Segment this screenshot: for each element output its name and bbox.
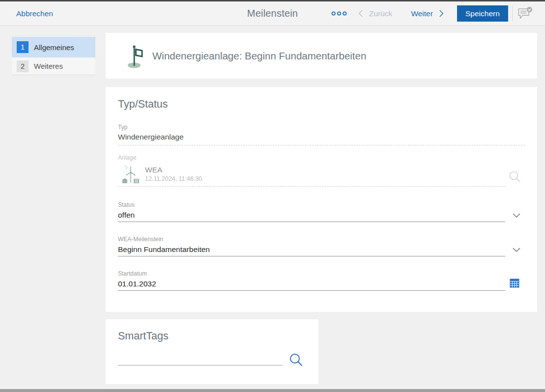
window-bottom-border [0,389,545,392]
record-header-card: Windenergieanlage: Beginn Fundamentarbei… [106,33,537,79]
anlage-search-icon [509,170,521,183]
step-number-badge: 1 [17,41,29,53]
sidebar-item-allgemeines[interactable]: 1 Allgemeines [12,37,95,57]
cancel-button[interactable]: Abbrechen [16,1,53,26]
startdatum-input[interactable] [118,278,505,291]
typ-field-value: Windenergieanlage [118,133,184,141]
smarttags-input[interactable] [118,350,283,365]
sidebar-item-weiteres[interactable]: 2 Weiteres [12,57,95,75]
section-title-smarttags: SmartTags [118,330,169,342]
more-options-button[interactable] [331,11,347,17]
chevron-left-icon [358,9,363,18]
sidebar-item-label: Allgemeines [34,43,74,52]
typ-field-underline [118,145,525,145]
wind-turbine-icon [121,164,141,187]
status-chevron-down-icon[interactable] [513,213,520,218]
record-title: Windenergieanlage: Beginn Fundamentarbei… [152,33,366,79]
wea-meilenstein-field-label: WEA-Meilenstein [118,236,163,243]
anlage-field-underline [118,186,505,187]
anlage-field-label: Anlage [118,154,136,161]
smarttags-section: SmartTags [106,319,318,384]
topbar-divider [512,5,513,22]
startdatum-field-label: Startdatum [118,270,147,277]
next-button[interactable]: Weiter [411,9,444,18]
smarttags-search-icon[interactable] [289,353,303,367]
comments-button[interactable] [517,6,533,21]
save-button[interactable]: Speichern [457,5,508,22]
chevron-right-icon [439,9,444,18]
step-sidebar: 1 Allgemeines 2 Weiteres [12,37,95,75]
wea-meilenstein-select[interactable] [118,243,505,256]
topbar-actions: Zurück Weiter Speichern [331,1,533,26]
next-label: Weiter [411,9,433,18]
typ-field-label: Typ [118,124,127,131]
step-number-badge: 2 [17,60,29,72]
topbar: Abbrechen Meilenstein Zurück Weiter Spei… [0,1,545,26]
back-button[interactable]: Zurück [358,9,392,18]
back-label: Zurück [369,9,392,18]
status-field-label: Status [118,201,135,208]
anlage-value: WEA [145,166,162,174]
section-title-typ-status: Typ/Status [118,98,168,111]
milestone-flag-icon [125,44,144,69]
comment-check-icon [517,6,533,21]
three-dots-icon [331,11,347,16]
typ-status-section: Typ/Status Typ Windenergieanlage Anlage … [106,87,537,312]
anlage-timestamp: 12.11.2024, 11:46:30 [145,175,202,182]
calendar-icon[interactable] [510,279,519,288]
status-select[interactable] [118,209,505,222]
sidebar-item-label: Weiteres [34,62,63,70]
wea-meilenstein-chevron-down-icon[interactable] [513,248,520,252]
